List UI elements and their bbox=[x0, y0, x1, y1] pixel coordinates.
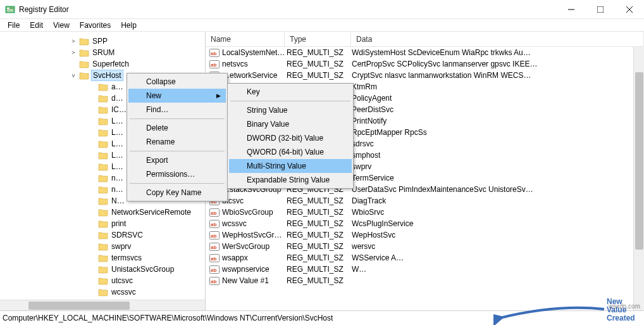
menu-favorites[interactable]: Favorites bbox=[75, 20, 116, 31]
menu-item[interactable]: Delete bbox=[128, 121, 226, 135]
tree-label: SPP bbox=[91, 36, 109, 46]
value-name: wsappx bbox=[222, 253, 285, 262]
svg-rect-5 bbox=[597, 6, 604, 13]
menu-item[interactable]: DWORD (32-bit) Value bbox=[229, 131, 352, 145]
value-data: PeerDistSvc bbox=[352, 105, 644, 114]
menu-item[interactable]: Rename bbox=[128, 135, 226, 149]
value-type: REG_MULTI_SZ bbox=[285, 208, 352, 217]
menu-item[interactable]: Multi-String Value bbox=[229, 159, 352, 173]
list-item[interactable]: abWbioSvcGroupREG_MULTI_SZWbioSrvc bbox=[206, 207, 644, 218]
list-item[interactable]: ab…etworkServiceREG_MULTI_SZCryptSvc nla… bbox=[206, 70, 644, 81]
menu-item[interactable]: Binary Value bbox=[229, 117, 352, 131]
list-item[interactable]: abutcsvcREG_MULTI_SZDiagTrack bbox=[206, 195, 644, 207]
reg-string-icon: ab bbox=[209, 276, 220, 286]
menu-edit[interactable]: Edit bbox=[25, 20, 48, 31]
folder-icon bbox=[98, 265, 108, 274]
minimize-button[interactable] bbox=[557, 0, 586, 19]
value-data: DiagTrack bbox=[352, 196, 644, 205]
col-data[interactable]: Data bbox=[351, 32, 644, 46]
menu-item-label: Multi-String Value bbox=[247, 162, 306, 170]
tree-label: n… bbox=[110, 184, 125, 194]
menu-view[interactable]: View bbox=[48, 20, 75, 31]
menu-help[interactable]: Help bbox=[116, 20, 142, 31]
col-type[interactable]: Type bbox=[285, 32, 351, 46]
tree-item[interactable]: >SRUM bbox=[0, 47, 205, 58]
tree-label: swprv bbox=[110, 241, 132, 252]
value-name: WbioSvcGroup bbox=[222, 208, 285, 217]
tree-label: print bbox=[110, 219, 127, 229]
expand-icon[interactable]: > bbox=[70, 38, 77, 44]
value-name: New Value #1 bbox=[222, 276, 285, 285]
tree-hscrollbar[interactable] bbox=[0, 300, 205, 310]
list-item[interactable]: abwswpnserviceREG_MULTI_SZW… bbox=[206, 264, 644, 275]
tree-item[interactable]: termsvcs bbox=[0, 252, 205, 264]
folder-icon bbox=[98, 185, 108, 194]
menu-item[interactable]: Copy Key Name bbox=[128, 186, 226, 200]
menu-file[interactable]: File bbox=[3, 20, 25, 31]
reg-string-icon: ab bbox=[209, 241, 220, 252]
folder-icon bbox=[98, 174, 108, 182]
menu-item[interactable]: Permissions… bbox=[128, 167, 226, 181]
menu-item-label: Collapse bbox=[146, 77, 176, 86]
maximize-button[interactable] bbox=[586, 0, 615, 19]
tree-item[interactable]: wcssvc bbox=[0, 286, 205, 298]
menu-item[interactable]: Key bbox=[229, 85, 352, 99]
tree-item[interactable]: utcsvc bbox=[0, 275, 205, 286]
expand-icon[interactable]: v bbox=[70, 72, 77, 79]
folder-icon bbox=[98, 151, 108, 160]
folder-icon bbox=[98, 242, 108, 251]
folder-icon bbox=[98, 128, 108, 137]
list-item[interactable]: abwsappxREG_MULTI_SZWSService A… bbox=[206, 252, 644, 264]
list-item[interactable]: abNew Value #1REG_MULTI_SZ bbox=[206, 275, 644, 286]
value-data: smphost bbox=[352, 151, 644, 160]
value-name: WepHostSvcGro… bbox=[222, 231, 285, 239]
list-item[interactable]: abWerSvcGroupREG_MULTI_SZwersvc bbox=[206, 241, 644, 252]
list-item[interactable]: abWepHostSvcGro…REG_MULTI_SZWepHostSvc bbox=[206, 229, 644, 241]
tree-item[interactable]: Superfetch bbox=[0, 58, 205, 70]
svg-text:ab: ab bbox=[211, 267, 216, 273]
value-data: CertPropSvc SCPolicySvc lanmanserver gps… bbox=[352, 60, 644, 68]
expand-icon[interactable]: > bbox=[70, 49, 77, 56]
menu-item[interactable]: New▶ bbox=[128, 89, 226, 103]
value-data: WdiSystemHost ScDeviceEnum WiaRpc trkwks… bbox=[352, 48, 644, 57]
col-name[interactable]: Name bbox=[206, 32, 285, 46]
context-submenu-new[interactable]: KeyString ValueBinary ValueDWORD (32-bit… bbox=[227, 83, 354, 189]
menu-item-label: Copy Key Name bbox=[146, 188, 201, 197]
tree-item[interactable]: SDRSVC bbox=[0, 229, 205, 241]
list-item[interactable]: abnetsvcsREG_MULTI_SZCertPropSvc SCPolic… bbox=[206, 58, 644, 70]
menu-item[interactable]: Expandable String Value bbox=[229, 173, 352, 187]
value-data: RpcEptMapper RpcSs bbox=[352, 128, 644, 137]
tree-label: L… bbox=[110, 162, 125, 172]
menu-item[interactable]: QWORD (64-bit) Value bbox=[229, 145, 352, 159]
value-type: REG_MULTI_SZ bbox=[285, 60, 352, 68]
menu-item[interactable]: String Value bbox=[229, 103, 352, 117]
tree-label: L… bbox=[110, 116, 125, 126]
menu-separator bbox=[130, 183, 225, 184]
list-vscrollbar[interactable] bbox=[633, 47, 644, 310]
tree-item[interactable]: UnistackSvcGroup bbox=[0, 264, 205, 275]
menu-item[interactable]: Export bbox=[128, 153, 226, 167]
folder-icon bbox=[98, 208, 108, 217]
annotation-arrow-icon bbox=[493, 304, 607, 325]
folder-icon bbox=[98, 196, 108, 205]
list-item[interactable]: abLocalSystemNet…REG_MULTI_SZWdiSystemHo… bbox=[206, 47, 644, 58]
tree-item[interactable]: >SPP bbox=[0, 35, 205, 47]
list-item[interactable]: abwcssvcREG_MULTI_SZWcsPlugInService bbox=[206, 218, 644, 229]
tree-item[interactable]: print bbox=[0, 218, 205, 229]
close-button[interactable] bbox=[615, 0, 644, 19]
tree-label: IC… bbox=[110, 105, 128, 115]
context-menu[interactable]: CollapseNew▶Find…DeleteRenameExportPermi… bbox=[127, 73, 228, 201]
tree-label: NetworkServiceRemote bbox=[110, 207, 192, 217]
tree-item[interactable]: swprv bbox=[0, 241, 205, 252]
menu-item-label: QWORD (64-bit) Value bbox=[247, 148, 324, 156]
value-data: sdrsvc bbox=[352, 139, 644, 148]
folder-icon bbox=[98, 82, 108, 91]
value-data: W… bbox=[352, 265, 644, 274]
menu-item[interactable]: Find… bbox=[128, 103, 226, 117]
menu-item[interactable]: Collapse bbox=[128, 75, 226, 89]
folder-icon bbox=[98, 105, 108, 114]
tree-label: n… bbox=[110, 173, 125, 183]
tree-label: L… bbox=[110, 127, 125, 137]
folder-icon bbox=[79, 60, 89, 68]
tree-item[interactable]: NetworkServiceRemote bbox=[0, 207, 205, 218]
